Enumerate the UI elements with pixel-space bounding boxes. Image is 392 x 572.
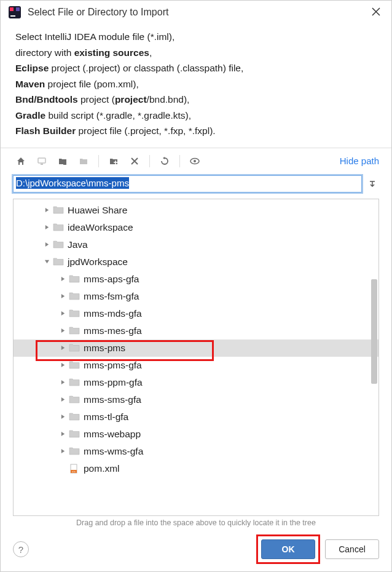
show-hidden-icon[interactable] — [187, 153, 203, 169]
tree-item-label: mms-mes-gfa — [84, 325, 142, 336]
chevron-right-icon[interactable] — [42, 223, 52, 232]
svg-rect-4 — [38, 158, 45, 163]
folder-icon — [69, 343, 80, 353]
tree-row[interactable]: ideaWorkspace — [14, 219, 378, 236]
tree-item-label: ideaWorkspace — [68, 222, 133, 233]
folder-icon — [69, 292, 80, 301]
tree-item-label: Java — [68, 239, 88, 250]
tree-row[interactable]: mms-pms-gfa — [14, 357, 378, 374]
separator — [98, 155, 99, 167]
folder-icon — [69, 309, 80, 319]
folder-icon — [53, 223, 64, 232]
tree-row[interactable]: <>pom.xml — [14, 460, 378, 477]
svg-rect-1 — [10, 7, 14, 11]
svg-rect-6 — [63, 162, 66, 165]
svg-rect-5 — [41, 164, 43, 165]
tree-item-label: pom.xml — [84, 463, 120, 474]
tree-item-label: mms-aps-gfa — [84, 274, 139, 285]
chevron-right-icon[interactable] — [58, 274, 68, 284]
tree-row[interactable]: mms-mes-gfa — [14, 322, 378, 340]
tree-item-label: mms-wms-gfa — [84, 446, 143, 457]
desktop-icon[interactable] — [34, 153, 50, 169]
delete-icon[interactable] — [127, 153, 143, 169]
file-icon: <> — [69, 464, 80, 474]
svg-text:<>: <> — [72, 469, 76, 473]
close-icon[interactable] — [368, 6, 384, 19]
new-folder-icon[interactable] — [106, 153, 122, 169]
chevron-right-icon[interactable] — [42, 205, 52, 215]
folder-icon — [69, 395, 80, 405]
tree-row[interactable]: mms-ppm-gfa — [14, 374, 378, 391]
tree-item-label: mms-sms-gfa — [84, 394, 141, 405]
chevron-right-icon[interactable] — [58, 360, 68, 370]
tree-row[interactable]: mms-webapp — [14, 426, 378, 443]
hint-text: Drag and drop a file into the space abov… — [1, 516, 391, 532]
svg-rect-2 — [16, 7, 20, 11]
tree-row[interactable]: mms-fsm-gfa — [14, 288, 378, 305]
chevron-right-icon[interactable] — [58, 412, 68, 422]
tree-row[interactable]: mms-pms — [14, 340, 378, 357]
folder-icon — [69, 360, 80, 370]
tree-row[interactable]: mms-mds-gfa — [14, 305, 378, 322]
tree-item-label: mms-pms — [84, 343, 125, 354]
hide-path-link[interactable]: Hide path — [340, 156, 379, 166]
svg-point-8 — [194, 160, 196, 162]
chevron-right-icon[interactable] — [58, 292, 68, 301]
chevron-right-icon[interactable] — [42, 240, 52, 250]
svg-rect-3 — [10, 15, 15, 17]
chevron-right-icon[interactable] — [58, 343, 68, 353]
chevron-right-icon[interactable] — [58, 464, 68, 474]
tree-item-label: mms-pms-gfa — [84, 360, 142, 371]
separator — [149, 155, 150, 167]
tree-item-label: mms-fsm-gfa — [84, 291, 139, 302]
app-icon — [8, 6, 22, 19]
chevron-right-icon[interactable] — [58, 447, 68, 456]
tree-row[interactable]: mms-sms-gfa — [14, 391, 378, 408]
folder-icon — [53, 205, 64, 215]
module-icon[interactable] — [76, 153, 92, 169]
tree-item-label: Huawei Share — [68, 205, 127, 216]
tree-row[interactable]: Java — [14, 236, 378, 253]
ok-button[interactable]: OK — [261, 539, 315, 559]
cancel-button[interactable]: Cancel — [325, 539, 379, 559]
tree-row[interactable]: mms-aps-gfa — [14, 271, 378, 288]
chevron-right-icon[interactable] — [58, 326, 68, 336]
tree-row[interactable]: Huawei Share — [14, 202, 378, 219]
folder-icon — [69, 447, 80, 456]
tree-item-label: mms-ppm-gfa — [84, 377, 143, 388]
description-text: Select IntelliJ IDEA module file (*.iml)… — [1, 23, 391, 148]
tree-item-label: jpdWorkspace — [68, 256, 128, 268]
help-button[interactable]: ? — [13, 541, 29, 557]
history-dropdown-icon[interactable] — [366, 177, 379, 191]
path-input[interactable]: D:\jpdWorkspace\mms-pms — [13, 175, 362, 193]
titlebar: Select File or Directory to Import — [1, 1, 391, 23]
folder-icon — [69, 412, 80, 422]
refresh-icon[interactable] — [157, 153, 173, 169]
tree-item-label: mms-mds-gfa — [84, 308, 142, 319]
folder-icon — [69, 274, 80, 284]
file-tree: Huawei ShareideaWorkspaceJavajpdWorkspac… — [13, 199, 379, 516]
folder-icon — [69, 429, 80, 439]
folder-icon — [53, 240, 64, 250]
chevron-right-icon[interactable] — [58, 429, 68, 439]
folder-icon — [69, 326, 80, 336]
separator — [179, 155, 180, 167]
project-icon[interactable] — [55, 153, 71, 169]
folder-icon — [69, 378, 80, 387]
tree-item-label: mms-webapp — [84, 429, 141, 440]
folder-icon — [53, 257, 64, 267]
dialog-title: Select File or Directory to Import — [28, 7, 368, 18]
tree-row[interactable]: jpdWorkspace — [14, 253, 378, 271]
home-icon[interactable] — [13, 153, 29, 169]
chevron-down-icon[interactable] — [42, 257, 52, 267]
chevron-right-icon[interactable] — [58, 378, 68, 387]
chevron-right-icon[interactable] — [58, 309, 68, 319]
toolbar: Hide path — [1, 148, 391, 172]
tree-row[interactable]: mms-tl-gfa — [14, 408, 378, 426]
chevron-right-icon[interactable] — [58, 395, 68, 405]
tree-item-label: mms-tl-gfa — [84, 411, 128, 423]
tree-row[interactable]: mms-wms-gfa — [14, 443, 378, 460]
scrollbar-thumb[interactable] — [371, 279, 377, 384]
